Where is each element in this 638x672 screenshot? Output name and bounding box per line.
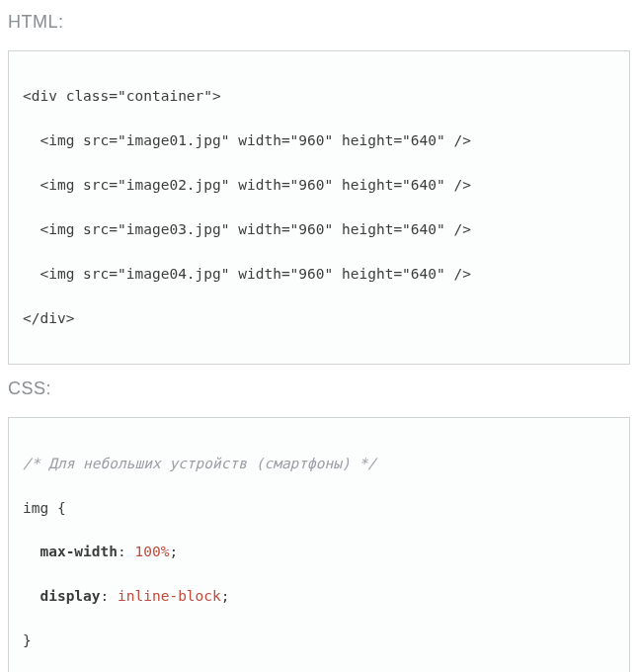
code-line: display: inline-block; xyxy=(23,585,615,607)
code-block-html: <div class="container"> <img src="image0… xyxy=(8,50,630,365)
section-heading-css: CSS: xyxy=(8,378,630,399)
css-value: inline-block xyxy=(118,588,221,604)
semicolon: ; xyxy=(221,588,230,604)
code-line: /* Для небольших устройств (смартфоны) *… xyxy=(23,453,615,474)
selector: img xyxy=(23,500,48,516)
css-property: max-width xyxy=(40,544,118,559)
code-line: </div> xyxy=(23,307,615,329)
brace-open: { xyxy=(48,500,65,516)
code-line: <img src="image01.jpg" width="960" heigh… xyxy=(23,129,615,151)
code-line: <img src="image03.jpg" width="960" heigh… xyxy=(23,218,615,240)
code-line: img { xyxy=(23,497,615,519)
brace-close: } xyxy=(23,632,32,648)
semicolon: ; xyxy=(169,544,178,559)
code-line: } xyxy=(23,630,615,651)
colon: : xyxy=(101,588,118,604)
section-heading-html: HTML: xyxy=(8,12,630,33)
code-line: max-width: 100%; xyxy=(23,541,615,562)
css-value: 100% xyxy=(135,544,170,559)
code-line: <div class="container"> xyxy=(23,85,615,107)
code-line: <img src="image04.jpg" width="960" heigh… xyxy=(23,263,615,285)
css-property: display xyxy=(40,588,100,604)
code-block-css: /* Для небольших устройств (смартфоны) *… xyxy=(8,417,630,672)
code-line: <img src="image02.jpg" width="960" heigh… xyxy=(23,174,615,196)
comment: /* Для небольших устройств (смартфоны) *… xyxy=(23,456,376,471)
colon: : xyxy=(118,544,134,559)
